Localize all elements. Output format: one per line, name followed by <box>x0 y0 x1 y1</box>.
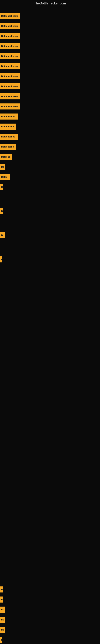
site-title: TheBottlenecker.com <box>0 0 100 6</box>
list-item: Bottleneck resu <box>0 42 20 50</box>
list-item: Bottle <box>0 173 10 181</box>
list-item: Bottleneck resu <box>0 12 20 20</box>
list-item: Bo <box>0 616 5 624</box>
bottleneck-label: Bottleneck resu <box>0 23 20 29</box>
list-item: Bottlene <box>0 153 12 160</box>
bottleneck-label: B <box>0 596 3 602</box>
bottleneck-label: B <box>0 208 3 214</box>
bottleneck-label: Bottleneck re <box>0 134 18 140</box>
list-item: B <box>0 596 3 603</box>
list-item: B <box>0 586 3 593</box>
list-item: Bo <box>0 606 5 614</box>
bottleneck-label: Bottleneck r <box>0 124 16 130</box>
bottleneck-label: Bottlene <box>0 154 12 160</box>
list-item: Bottleneck resu <box>0 52 20 60</box>
list-item: Bottleneck resu <box>0 62 20 70</box>
bottleneck-label: Bottle <box>0 174 10 180</box>
list-item: Bottleneck resu <box>0 72 20 80</box>
bottleneck-label: B <box>0 586 3 592</box>
bottleneck-label: Bo <box>0 627 5 633</box>
bottleneck-label: Bottleneck resu <box>0 73 20 79</box>
bottleneck-label: Bottleneck resu <box>0 13 20 19</box>
bottleneck-label: Bo <box>0 606 5 612</box>
bottleneck-label: I <box>0 637 2 643</box>
bottleneck-label: Bottleneck resu <box>0 104 20 110</box>
bottleneck-label: Bottleneck resu <box>0 53 20 59</box>
bottleneck-label: Bottleneck resu <box>0 94 20 100</box>
list-item: Bottleneck re <box>0 133 18 140</box>
bottleneck-label: Bottleneck resu <box>0 63 20 69</box>
list-item: Bottleneck resu <box>0 22 20 30</box>
bottleneck-label: B <box>0 184 3 190</box>
list-item: Bo <box>0 163 5 171</box>
bottleneck-label: I <box>0 256 2 262</box>
bottleneck-label: Bo <box>0 232 5 238</box>
list-item: Bottleneck resu <box>0 92 20 100</box>
bottleneck-label: Bottleneck resu <box>0 43 20 49</box>
bottleneck-label: Bo <box>0 617 5 623</box>
bottleneck-label: Bottleneck resu <box>0 83 20 89</box>
list-item: Bo <box>0 232 5 239</box>
list-item: Bottleneck resu <box>0 82 20 90</box>
list-item: B <box>0 207 3 215</box>
list-item: I <box>0 636 2 644</box>
list-item: B <box>0 183 3 191</box>
list-item: Bottleneck r <box>0 143 16 150</box>
list-item: Bo <box>0 626 5 634</box>
list-item: Bottleneck r <box>0 123 16 130</box>
list-item: Bottleneck re <box>0 113 18 120</box>
bottleneck-label: Bottleneck resu <box>0 33 20 39</box>
list-item: I <box>0 256 2 263</box>
bottleneck-label: Bottleneck r <box>0 144 16 150</box>
bottleneck-label: Bottleneck re <box>0 114 18 120</box>
list-item: Bottleneck resu <box>0 103 20 110</box>
bottleneck-label: Bo <box>0 164 5 170</box>
list-item: Bottleneck resu <box>0 32 20 40</box>
